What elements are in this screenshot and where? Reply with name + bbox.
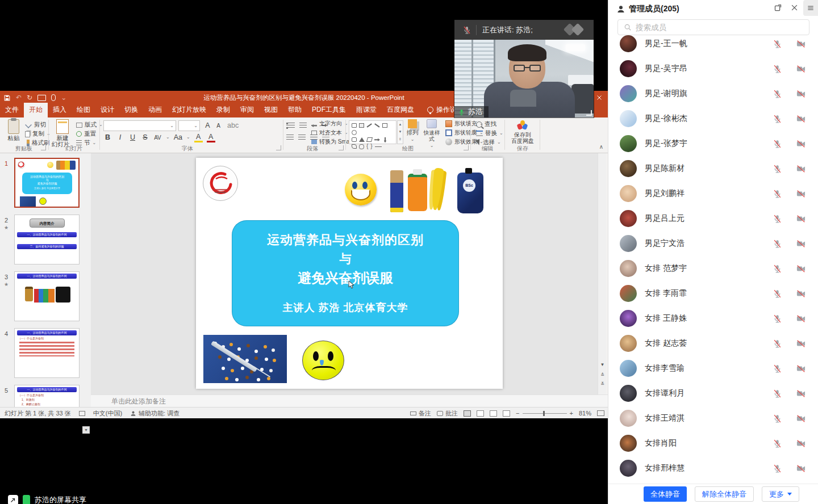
mic-muted-icon[interactable] (773, 464, 782, 473)
slide-thumbnail-3[interactable]: 一、运动营养品与兴奋剂的不同 (14, 271, 80, 321)
save-to-baidu-button[interactable]: 保存到 百度网盘 (510, 119, 535, 144)
layout-button[interactable]: 版式⌄ (76, 121, 103, 129)
next-slide-button[interactable]: ≚ (599, 381, 606, 387)
collapse-ribbon-button[interactable]: ∧ (599, 144, 603, 150)
copy-button[interactable]: 复制⌄ (25, 130, 51, 138)
camera-off-icon[interactable] (796, 464, 806, 473)
arrange-button[interactable]: 排列⌄ (404, 119, 420, 144)
font-dialog-launcher[interactable] (276, 145, 281, 150)
tab-home[interactable]: 开始 (24, 103, 48, 117)
replace-button[interactable]: 替换⌄ (476, 129, 503, 137)
mic-muted-icon[interactable] (773, 139, 782, 149)
shapes-gallery-scrollbar[interactable]: ▲▼≡ (397, 120, 403, 144)
close-panel-icon[interactable] (790, 3, 799, 12)
camera-off-icon[interactable] (796, 189, 806, 199)
slide-thumbnail-2[interactable]: 内容简介 一、运动营养品与兴奋剂的不同 二、如何避免兴奋剂的误服 (14, 215, 80, 264)
normal-view-button[interactable] (464, 410, 471, 417)
member-row[interactable]: 男足吕上元 (608, 206, 818, 231)
tab-draw[interactable]: 绘图 (72, 103, 95, 117)
comments-toggle[interactable]: 批注 (437, 409, 458, 418)
language-indicator[interactable]: 中文(中国) (93, 409, 122, 418)
italic-button[interactable]: I (116, 133, 124, 141)
mic-muted-icon[interactable] (773, 264, 782, 274)
change-case-button[interactable]: Aa (174, 133, 182, 141)
camera-off-icon[interactable] (796, 64, 806, 74)
cut-button[interactable]: 剪切 (25, 121, 46, 129)
paragraph-dialog-launcher[interactable] (339, 145, 344, 150)
slideshow-view-button[interactable] (503, 410, 510, 417)
tab-yuketang[interactable]: 雨课堂 (351, 103, 382, 117)
slide-title-box[interactable]: 运动营养品与兴奋剂的区别 与 避免兴奋剂误服 主讲人 苏浩 北京体育大学 (232, 220, 459, 326)
speaker-video-overlay[interactable]: 正在讲话: 苏浩; 苏浩 (454, 20, 594, 117)
mic-muted-icon[interactable] (773, 64, 782, 74)
mic-muted-icon[interactable] (773, 239, 782, 249)
tab-record[interactable]: 录制 (211, 103, 235, 117)
scroll-down-arrow[interactable]: ▼ (599, 362, 606, 367)
canvas-scrollbar[interactable]: ▼ ≙ ≚ (598, 153, 606, 407)
popout-panel-icon[interactable] (774, 3, 782, 12)
camera-off-icon[interactable] (796, 164, 806, 174)
search-input[interactable] (636, 23, 803, 32)
grow-font-button[interactable]: AA (203, 121, 223, 129)
tab-slideshow[interactable]: 幻灯片放映 (167, 103, 211, 117)
font-size-select[interactable]: ⌄ (178, 120, 200, 131)
mute-all-button[interactable]: 全体静音 (644, 486, 687, 502)
member-row[interactable]: 男足宁文浩 (608, 231, 818, 256)
bold-button[interactable]: B (103, 133, 112, 141)
member-row[interactable]: 女排谭利月 (608, 381, 818, 406)
slide-sorter-view-button[interactable] (477, 410, 484, 417)
tab-review[interactable]: 审阅 (235, 103, 259, 117)
clipboard-dialog-launcher[interactable] (41, 145, 46, 150)
member-row[interactable]: 男足-张梦宇 (608, 131, 818, 156)
align-left-icon[interactable] (286, 135, 294, 141)
tab-file[interactable]: 文件 (0, 103, 24, 117)
member-row[interactable]: 女排邢梓慧 (608, 456, 818, 481)
zoom-percentage[interactable]: 81% (579, 410, 591, 417)
tab-pdf-tools[interactable]: PDF工具集 (307, 103, 351, 117)
member-row[interactable]: 女排 范梦宇 (608, 256, 818, 281)
member-row[interactable]: 女排王靖淇 (608, 406, 818, 431)
more-button[interactable]: 更多 (762, 486, 799, 502)
reset-button[interactable]: 重置 (76, 130, 96, 138)
member-row[interactable]: 男足陈新材 (608, 156, 818, 181)
camera-off-icon[interactable] (796, 264, 806, 274)
thumbnail-scroll-down-button[interactable]: ▼ (82, 426, 90, 434)
camera-off-icon[interactable] (796, 339, 806, 348)
mic-muted-icon[interactable] (773, 189, 782, 199)
theme-icon[interactable] (79, 411, 85, 416)
camera-off-icon[interactable] (796, 414, 806, 423)
strikethrough-button[interactable]: S (141, 133, 149, 141)
slide-thumbnail-1[interactable]: 运动营养品与兴奋剂的区别 与 避免兴奋剂误服 主讲人 苏浩 北京体育大学 (14, 158, 80, 208)
member-row[interactable]: 男足-吴宇昂 (608, 56, 818, 81)
font-color-button[interactable]: A (207, 133, 215, 142)
notes-toggle[interactable]: 备注 (410, 409, 431, 418)
reading-view-button[interactable] (490, 410, 497, 417)
paste-button[interactable]: 粘贴 (2, 119, 25, 144)
camera-off-icon[interactable] (796, 314, 806, 324)
member-row[interactable]: 男足-谢明旗 (608, 81, 818, 106)
numbering-icon[interactable] (299, 123, 307, 129)
bullets-icon[interactable] (286, 123, 295, 129)
member-row[interactable]: 女排 李雨霏 (608, 281, 818, 306)
shapes-gallery[interactable]: {} (349, 120, 397, 144)
mic-muted-icon[interactable] (773, 364, 782, 373)
notes-pane[interactable]: 单击此处添加备注 (91, 394, 608, 407)
camera-off-icon[interactable] (796, 389, 806, 398)
fit-to-window-button[interactable] (597, 410, 604, 416)
highlight-color-button[interactable]: A (194, 133, 203, 142)
align-text-button[interactable]: 对齐文本⌄ (311, 129, 348, 137)
mic-muted-icon[interactable] (773, 414, 782, 423)
slide[interactable]: BSc 运动营养品与兴奋剂的区别 与 避免兴奋剂误服 主讲人 苏浩 北京体育大学 (196, 158, 503, 389)
mic-muted-icon[interactable] (773, 439, 782, 448)
overlay-resize-handle[interactable] (586, 110, 592, 116)
zoom-slider[interactable]: − + (516, 410, 573, 417)
tab-view[interactable]: 视图 (259, 103, 283, 117)
font-name-select[interactable]: ⌄ (103, 120, 176, 131)
member-row[interactable]: 女排 王静姝 (608, 306, 818, 331)
camera-off-icon[interactable] (796, 364, 806, 373)
mic-muted-icon[interactable] (773, 39, 782, 49)
drawing-dialog-launcher[interactable] (464, 145, 469, 150)
slide-thumbnail-5[interactable]: 一、运动营养品与兴奋剂的不同 （一）什么是兴奋剂 1、刺激剂 2、麻醉止痛剂 (14, 385, 80, 407)
mic-muted-icon[interactable] (773, 89, 782, 99)
mic-muted-icon[interactable] (773, 114, 782, 124)
